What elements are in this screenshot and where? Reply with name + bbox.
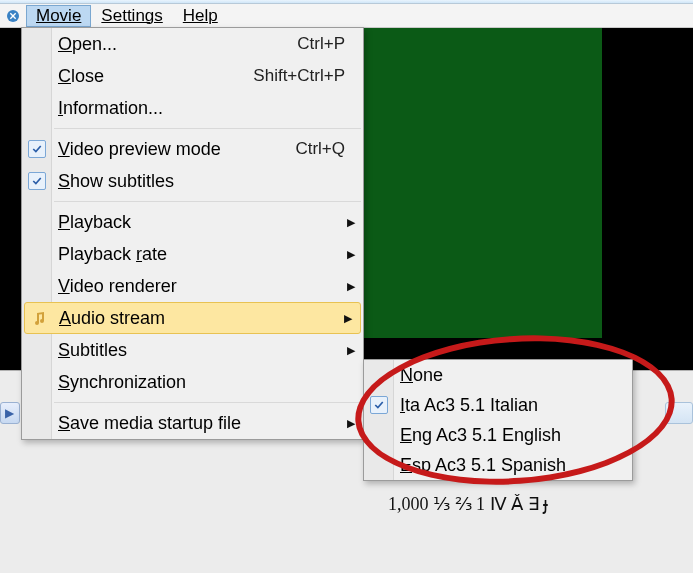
submenu-arrow-icon: ▶: [344, 312, 352, 325]
submenu-arrow-icon: ▶: [347, 216, 355, 229]
submenu-arrow-icon: ▶: [347, 344, 355, 357]
submenu-arrow-icon: ▶: [347, 248, 355, 261]
audio-option-spanish[interactable]: Esp Ac3 5.1 Spanish: [364, 450, 632, 480]
audio-option-italian[interactable]: Ita Ac3 5.1 Italian: [364, 390, 632, 420]
menu-item-playback-rate[interactable]: Playback rate ▶: [22, 238, 363, 270]
shortcut-label: Ctrl+P: [297, 34, 345, 54]
music-note-icon: [30, 309, 48, 327]
menubar: Movie Settings Help: [0, 4, 693, 28]
menu-separator: [54, 402, 361, 403]
menubar-item-movie[interactable]: Movie: [26, 5, 91, 27]
menu-item-open[interactable]: Open... Ctrl+P: [22, 28, 363, 60]
menu-item-information[interactable]: Information...: [22, 92, 363, 124]
checkmark-icon: [28, 140, 46, 158]
checkmark-icon: [370, 396, 388, 414]
shortcut-label: Ctrl+Q: [295, 139, 345, 159]
shortcut-label: Shift+Ctrl+P: [253, 66, 345, 86]
movie-menu: Open... Ctrl+P Close Shift+Ctrl+P Inform…: [21, 27, 364, 440]
status-text: 1,000 ⅓ ⅔ 1 Ⅳ Ǎ ∃ ɟ: [388, 493, 548, 515]
menubar-item-help[interactable]: Help: [173, 5, 228, 27]
menu-separator: [54, 201, 361, 202]
app-icon: [4, 7, 22, 25]
menu-item-show-subtitles[interactable]: Show subtitles: [22, 165, 363, 197]
submenu-arrow-icon: ▶: [347, 280, 355, 293]
audio-option-english[interactable]: Eng Ac3 5.1 English: [364, 420, 632, 450]
menu-item-subtitles[interactable]: Subtitles ▶: [22, 334, 363, 366]
menu-item-audio-stream[interactable]: Audio stream ▶: [24, 302, 361, 334]
checkmark-icon: [28, 172, 46, 190]
menu-item-playback[interactable]: Playback ▶: [22, 206, 363, 238]
menu-item-close[interactable]: Close Shift+Ctrl+P: [22, 60, 363, 92]
menu-item-video-preview[interactable]: Video preview mode Ctrl+Q: [22, 133, 363, 165]
menubar-item-settings[interactable]: Settings: [91, 5, 172, 27]
menu-item-save-media[interactable]: Save media startup file ▶: [22, 407, 363, 439]
toolbar-button[interactable]: ▶: [0, 402, 20, 424]
audio-stream-submenu: None Ita Ac3 5.1 Italian Eng Ac3 5.1 Eng…: [363, 359, 633, 481]
app-window: Movie Settings Help ▶ 1,000 ⅓ ⅔ 1 Ⅳ Ǎ ∃ …: [0, 0, 693, 573]
menu-item-video-renderer[interactable]: Video renderer ▶: [22, 270, 363, 302]
menu-separator: [54, 128, 361, 129]
slider-handle[interactable]: [665, 402, 693, 424]
audio-option-none[interactable]: None: [364, 360, 632, 390]
menu-item-synchronization[interactable]: Synchronization: [22, 366, 363, 398]
submenu-arrow-icon: ▶: [347, 417, 355, 430]
play-icon: ▶: [5, 406, 14, 420]
